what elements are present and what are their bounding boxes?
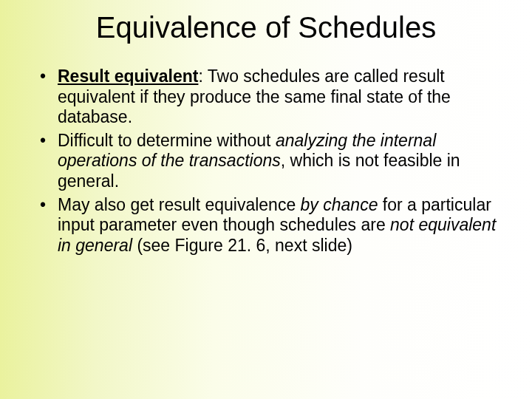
bullet-item: Result equivalent: Two schedules are cal… xyxy=(50,66,502,128)
text-run: by chance xyxy=(301,195,378,214)
text-run: (see Figure 21. 6, next slide) xyxy=(132,236,352,255)
bullet-list: Result equivalent: Two schedules are cal… xyxy=(30,66,502,256)
text-run: May also get result equivalence xyxy=(58,195,301,214)
text-run: Difficult to determine without xyxy=(58,131,276,150)
text-run: Result equivalent xyxy=(58,66,198,86)
bullet-item: May also get result equivalence by chanc… xyxy=(50,195,502,256)
slide: Equivalence of Schedules Result equivale… xyxy=(0,0,532,399)
slide-title: Equivalence of Schedules xyxy=(30,10,502,44)
bullet-item: Difficult to determine without analyzing… xyxy=(50,131,502,192)
